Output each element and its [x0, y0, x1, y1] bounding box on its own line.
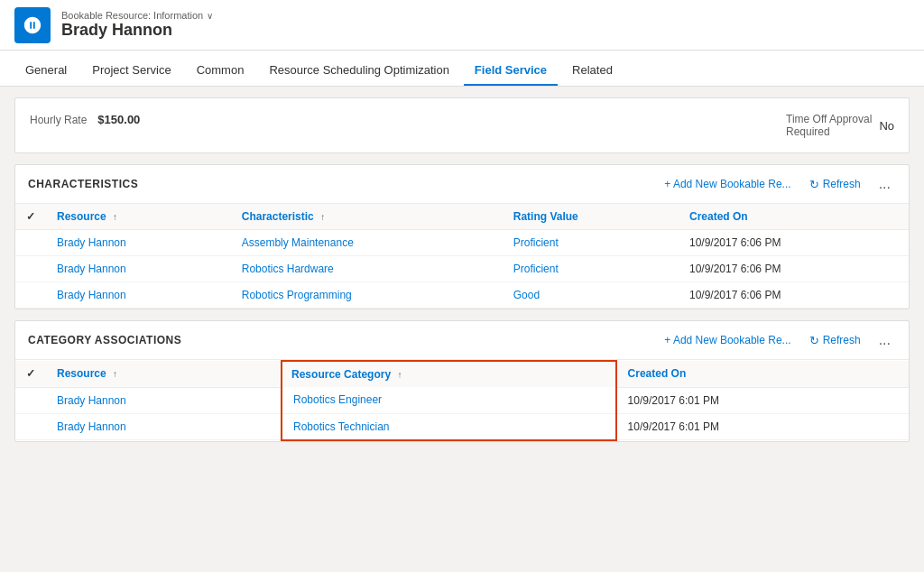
time-off-label-line1: Time Off Approval [786, 113, 872, 125]
app-header: Bookable Resource: Information ∨ Brady H… [0, 0, 924, 51]
row-created-on: 10/9/2017 6:06 PM [679, 230, 909, 256]
record-title: Brady Hannon [61, 21, 213, 40]
tab-related[interactable]: Related [561, 56, 624, 86]
row-created-on: 10/9/2017 6:06 PM [679, 256, 909, 282]
table-row: Brady Hannon Robotics Technician 10/9/20… [15, 413, 909, 440]
tab-project-service[interactable]: Project Service [81, 56, 181, 86]
form-section: Hourly Rate $150.00 Time Off Approval Re… [14, 97, 910, 153]
row-characteristic[interactable]: Robotics Programming [231, 282, 503, 309]
category-add-button[interactable]: + Add New Bookable Re... [659, 331, 796, 349]
characteristic-sort-icon: ↑ [320, 212, 325, 222]
characteristics-actions: + Add New Bookable Re... ↻ Refresh ... [659, 174, 896, 194]
characteristic-header-label: Characteristic [242, 210, 314, 223]
category-associations-section: CATEGORY ASSOCIATIONS + Add New Bookable… [14, 320, 910, 442]
table-row: Brady Hannon Robotics Hardware Proficien… [15, 256, 909, 282]
row-rating[interactable]: Good [503, 282, 679, 309]
cat-row-created-on: 10/9/2017 6:01 PM [616, 413, 909, 440]
cat-row-check[interactable] [15, 413, 46, 440]
cat-refresh-icon: ↻ [809, 334, 819, 347]
table-row: Brady Hannon Robotics Engineer 10/9/2017… [15, 387, 909, 413]
table-row: Brady Hannon Robotics Programming Good 1… [15, 282, 909, 309]
add-button-label: + Add New Bookable Re... [664, 178, 790, 190]
form-fields-row: Hourly Rate $150.00 Time Off Approval Re… [30, 113, 894, 138]
cat-row-resource[interactable]: Brady Hannon [46, 413, 282, 440]
row-rating[interactable]: Proficient [503, 256, 679, 282]
cat-created-on-header-label: Created On [628, 367, 687, 380]
cat-row-resource[interactable]: Brady Hannon [46, 387, 282, 413]
check-col-header[interactable]: ✓ [15, 204, 46, 230]
tab-common[interactable]: Common [186, 56, 255, 86]
characteristics-title: CHARACTERISTICS [28, 178, 138, 190]
rating-col-header[interactable]: Rating Value [503, 204, 679, 230]
refresh-icon: ↻ [809, 178, 819, 191]
table-row: Brady Hannon Assembly Maintenance Profic… [15, 230, 909, 256]
tab-resource-scheduling[interactable]: Resource Scheduling Optimization [258, 56, 459, 86]
resource-col-header[interactable]: Resource ↑ [46, 204, 231, 230]
breadcrumb-chevron[interactable]: ∨ [207, 11, 213, 21]
category-associations-header: CATEGORY ASSOCIATIONS + Add New Bookable… [15, 321, 909, 360]
row-characteristic[interactable]: Assembly Maintenance [231, 230, 503, 256]
hourly-rate-group: Hourly Rate $150.00 [30, 113, 140, 126]
category-associations-actions: + Add New Bookable Re... ↻ Refresh ... [659, 330, 896, 350]
characteristics-table: ✓ Resource ↑ Characteristic ↑ Rating Val… [15, 204, 909, 309]
row-characteristic[interactable]: Robotics Hardware [231, 256, 503, 282]
refresh-label: Refresh [823, 178, 861, 190]
cat-category-col-header[interactable]: Resource Category ↑ [282, 361, 616, 387]
cat-row-category[interactable]: Robotics Engineer [282, 387, 616, 413]
hourly-rate-label: Hourly Rate [30, 114, 87, 126]
characteristics-table-header-row: ✓ Resource ↑ Characteristic ↑ Rating Val… [15, 204, 909, 230]
characteristics-refresh-button[interactable]: ↻ Refresh [804, 175, 866, 194]
row-check[interactable] [15, 282, 46, 309]
cat-check-col-header[interactable]: ✓ [15, 361, 46, 387]
cat-resource-header-label: Resource [57, 367, 106, 380]
cat-created-on-col-header[interactable]: Created On [616, 361, 909, 387]
content-area: Hourly Rate $150.00 Time Off Approval Re… [0, 87, 924, 464]
created-on-col-header[interactable]: Created On [679, 204, 909, 230]
row-check[interactable] [15, 256, 46, 282]
breadcrumb: Bookable Resource: Information ∨ [61, 10, 213, 21]
time-off-value: No [879, 119, 894, 133]
category-refresh-button[interactable]: ↻ Refresh [804, 331, 866, 350]
cat-refresh-label: Refresh [823, 334, 861, 346]
row-check[interactable] [15, 230, 46, 256]
row-resource[interactable]: Brady Hannon [46, 230, 231, 256]
cat-row-created-on: 10/9/2017 6:01 PM [616, 387, 909, 413]
characteristics-header: CHARACTERISTICS + Add New Bookable Re...… [15, 165, 909, 204]
cat-row-check[interactable] [15, 387, 46, 413]
cat-category-sort-icon: ↑ [397, 370, 402, 380]
rating-header-label: Rating Value [513, 210, 578, 223]
hourly-rate-value: $150.00 [97, 113, 140, 126]
time-off-label-line2: Required [786, 125, 872, 138]
category-more-button[interactable]: ... [873, 330, 896, 350]
tab-general[interactable]: General [14, 56, 78, 86]
row-rating[interactable]: Proficient [503, 230, 679, 256]
app-icon [14, 7, 51, 43]
tabs-bar: General Project Service Common Resource … [0, 51, 924, 87]
characteristics-more-button[interactable]: ... [873, 174, 896, 194]
cat-row-category[interactable]: Robotics Technician [282, 413, 616, 440]
characteristic-col-header[interactable]: Characteristic ↑ [231, 204, 503, 230]
category-table-header-row: ✓ Resource ↑ Resource Category ↑ Created… [15, 361, 909, 387]
cat-category-header-label: Resource Category [291, 368, 391, 381]
resource-header-label: Resource [57, 210, 106, 223]
tab-field-service[interactable]: Field Service [464, 56, 558, 86]
row-created-on: 10/9/2017 6:06 PM [679, 282, 909, 309]
time-off-label: Time Off Approval Required [786, 113, 872, 138]
category-associations-table: ✓ Resource ↑ Resource Category ↑ Created… [15, 360, 909, 441]
breadcrumb-text: Bookable Resource: Information [61, 10, 203, 21]
characteristics-section: CHARACTERISTICS + Add New Bookable Re...… [14, 164, 910, 309]
created-on-header-label: Created On [689, 210, 748, 223]
cat-resource-col-header[interactable]: Resource ↑ [46, 361, 282, 387]
resource-sort-icon: ↑ [113, 212, 117, 222]
time-off-group: Time Off Approval Required No [786, 113, 894, 138]
row-resource[interactable]: Brady Hannon [46, 282, 231, 309]
characteristics-add-button[interactable]: + Add New Bookable Re... [659, 175, 796, 193]
row-resource[interactable]: Brady Hannon [46, 256, 231, 282]
header-text: Bookable Resource: Information ∨ Brady H… [61, 10, 213, 40]
cat-add-button-label: + Add New Bookable Re... [664, 334, 790, 346]
category-associations-title: CATEGORY ASSOCIATIONS [28, 334, 181, 346]
cat-resource-sort-icon: ↑ [113, 369, 117, 379]
